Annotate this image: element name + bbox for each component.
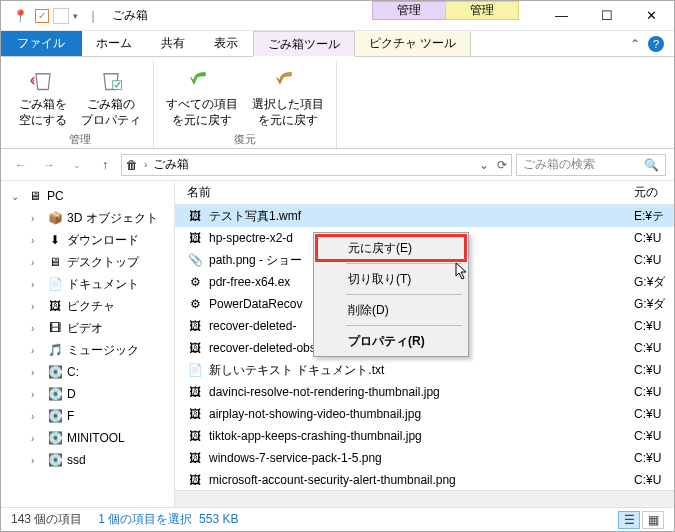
file-row[interactable]: 🖼davinci-resolve-not-rendering-thumbnail… xyxy=(175,381,674,403)
nav-item[interactable]: ›💽MINITOOL xyxy=(3,427,172,449)
restore-selected-label: 選択した項目 を元に戻す xyxy=(252,97,324,128)
nav-item[interactable]: ›⬇ダウンロード xyxy=(3,229,172,251)
recycle-bin-props-icon xyxy=(95,63,127,95)
chevron-right-icon[interactable]: › xyxy=(31,279,43,290)
file-row[interactable]: 🖼windows-7-service-pack-1-5.pngC:¥U xyxy=(175,447,674,469)
chevron-right-icon[interactable]: › xyxy=(31,411,43,422)
nav-item[interactable]: ›💽F xyxy=(3,405,172,427)
nav-item[interactable]: ›🎞ビデオ xyxy=(3,317,172,339)
close-button[interactable]: ✕ xyxy=(629,1,674,30)
restore-all-button[interactable]: すべての項目 を元に戻す xyxy=(162,61,242,130)
ribbon-group-manage: ごみ箱を 空にする ごみ箱の プロパティ 管理 xyxy=(7,61,154,148)
nav-item[interactable]: ›🎵ミュージック xyxy=(3,339,172,361)
tab-file[interactable]: ファイル xyxy=(1,31,82,56)
column-headers[interactable]: 名前 元の xyxy=(175,181,674,205)
nav-pc[interactable]: ⌄ 🖥 PC xyxy=(3,185,172,207)
chevron-down-icon[interactable]: ⌄ xyxy=(11,191,23,202)
nav-item-icon: ⬇ xyxy=(47,232,63,248)
status-item-count: 143 個の項目 xyxy=(11,511,82,528)
tab-recyclebin-tools[interactable]: ごみ箱ツール xyxy=(253,31,355,57)
group-manage-label: 管理 xyxy=(69,130,91,151)
chevron-right-icon[interactable]: › xyxy=(31,367,43,378)
nav-item[interactable]: ›🖥デスクトップ xyxy=(3,251,172,273)
restore-selected-button[interactable]: 選択した項目 を元に戻す xyxy=(248,61,328,130)
context-delete[interactable]: 削除(D) xyxy=(316,297,466,323)
context-separator xyxy=(346,263,462,264)
pin-icon[interactable]: 📍 xyxy=(9,5,31,27)
nav-item[interactable]: ›💽ssd xyxy=(3,449,172,471)
nav-item-label: F xyxy=(67,409,74,423)
context-separator xyxy=(346,294,462,295)
forward-button[interactable]: → xyxy=(37,153,61,177)
up-button[interactable]: ↑ xyxy=(93,153,117,177)
view-details-button[interactable]: ☰ xyxy=(618,511,640,529)
file-name: windows-7-service-pack-1-5.png xyxy=(209,451,628,465)
nav-item-icon: 💽 xyxy=(47,364,63,380)
nav-item[interactable]: ›📦3D オブジェクト xyxy=(3,207,172,229)
file-location: C:¥U xyxy=(634,253,674,267)
breadcrumb-chevron-icon[interactable]: › xyxy=(144,159,147,170)
address-box[interactable]: 🗑 › ごみ箱 ⌄ ⟳ xyxy=(121,154,512,176)
nav-item-icon: 🎵 xyxy=(47,342,63,358)
search-input[interactable]: ごみ箱の検索 🔍 xyxy=(516,154,666,176)
checkbox-icon[interactable]: ✓ xyxy=(35,9,49,23)
navigation-pane[interactable]: ⌄ 🖥 PC ›📦3D オブジェクト›⬇ダウンロード›🖥デスクトップ›📄ドキュメ… xyxy=(1,181,175,507)
refresh-icon[interactable]: ⟳ xyxy=(497,158,507,172)
tab-view[interactable]: 表示 xyxy=(200,31,253,56)
title-separator: | xyxy=(82,5,104,27)
tab-picture-tools[interactable]: ピクチャ ツール xyxy=(355,31,471,56)
minimize-button[interactable]: — xyxy=(539,1,584,30)
chevron-right-icon[interactable]: › xyxy=(31,433,43,444)
file-row[interactable]: 🖼airplay-not-showing-video-thumbnail.jpg… xyxy=(175,403,674,425)
maximize-button[interactable]: ☐ xyxy=(584,1,629,30)
file-row[interactable]: 🖼テスト写真1.wmfE:¥テ xyxy=(175,205,674,227)
file-row[interactable]: 🖼tiktok-app-keeps-crashing-thumbnail.jpg… xyxy=(175,425,674,447)
chevron-right-icon[interactable]: › xyxy=(31,345,43,356)
recent-dropdown-icon[interactable]: ⌄ xyxy=(65,153,89,177)
horizontal-scrollbar[interactable] xyxy=(175,490,674,507)
breadcrumb-location[interactable]: ごみ箱 xyxy=(153,156,189,173)
context-menu: 元に戻す(E) 切り取り(T) 削除(D) プロパティ(R) xyxy=(313,232,469,357)
nav-item-label: ssd xyxy=(67,453,86,467)
chevron-right-icon[interactable]: › xyxy=(31,455,43,466)
file-row[interactable]: 📄新しいテキスト ドキュメント.txtC:¥U xyxy=(175,359,674,381)
file-location: C:¥U xyxy=(634,407,674,421)
view-thumbnails-button[interactable]: ▦ xyxy=(642,511,664,529)
file-location: C:¥U xyxy=(634,429,674,443)
file-location: E:¥テ xyxy=(634,208,674,225)
chevron-right-icon[interactable]: › xyxy=(31,323,43,334)
context-properties[interactable]: プロパティ(R) xyxy=(316,328,466,354)
column-original-location[interactable]: 元の xyxy=(634,184,674,201)
file-location: G:¥ダ xyxy=(634,296,674,313)
file-name: davinci-resolve-not-rendering-thumbnail.… xyxy=(209,385,628,399)
nav-item-icon: 🖥 xyxy=(47,254,63,270)
chevron-right-icon[interactable]: › xyxy=(31,301,43,312)
qat-dropdown-icon[interactable]: ▾ xyxy=(73,11,78,21)
file-row[interactable]: 🖼microsoft-account-security-alert-thumbn… xyxy=(175,469,674,490)
collapse-ribbon-icon[interactable]: ⌃ xyxy=(630,37,640,51)
chevron-right-icon[interactable]: › xyxy=(31,257,43,268)
column-name[interactable]: 名前 xyxy=(187,184,634,201)
contextual-tab-picture[interactable]: 管理 xyxy=(445,1,519,20)
context-cut[interactable]: 切り取り(T) xyxy=(316,266,466,292)
nav-item[interactable]: ›💽C: xyxy=(3,361,172,383)
chevron-right-icon[interactable]: › xyxy=(31,235,43,246)
ribbon: ごみ箱を 空にする ごみ箱の プロパティ 管理 すべての項目 を元に戻す xyxy=(1,57,674,149)
tab-share[interactable]: 共有 xyxy=(147,31,200,56)
props-label: ごみ箱の プロパティ xyxy=(81,97,141,128)
nav-item[interactable]: ›🖼ピクチャ xyxy=(3,295,172,317)
recycle-bin-properties-button[interactable]: ごみ箱の プロパティ xyxy=(77,61,145,130)
contextual-tab-recyclebin[interactable]: 管理 xyxy=(372,1,446,20)
help-icon[interactable]: ? xyxy=(648,36,664,52)
address-dropdown-icon[interactable]: ⌄ xyxy=(479,158,489,172)
context-restore[interactable]: 元に戻す(E) xyxy=(316,235,466,261)
back-button[interactable]: ← xyxy=(9,153,33,177)
nav-item[interactable]: ›💽D xyxy=(3,383,172,405)
title-bar: 📍 ✓ ▾ | ごみ箱 管理 管理 — ☐ ✕ xyxy=(1,1,674,31)
empty-recycle-bin-button[interactable]: ごみ箱を 空にする xyxy=(15,61,71,130)
chevron-right-icon[interactable]: › xyxy=(31,389,43,400)
status-bar: 143 個の項目 1 個の項目を選択 553 KB ☰ ▦ xyxy=(1,507,674,531)
nav-item[interactable]: ›📄ドキュメント xyxy=(3,273,172,295)
chevron-right-icon[interactable]: › xyxy=(31,213,43,224)
tab-home[interactable]: ホーム xyxy=(82,31,147,56)
